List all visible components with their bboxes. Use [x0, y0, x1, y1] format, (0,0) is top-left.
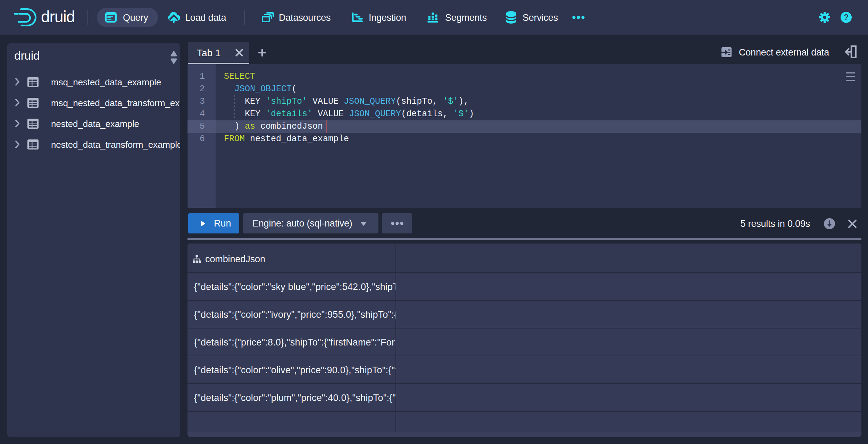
svg-text:?: ?	[844, 13, 849, 22]
